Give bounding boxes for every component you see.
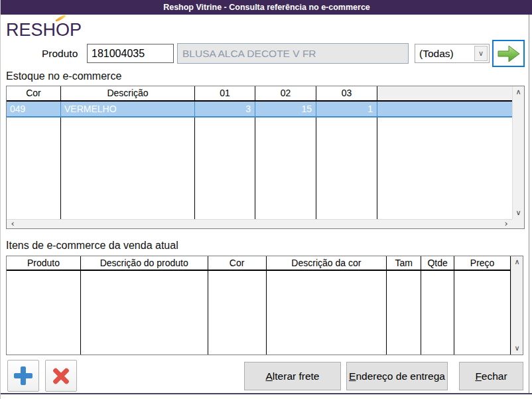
chevron-down-icon[interactable]: ∨ <box>474 46 488 61</box>
estoque-header-03[interactable]: 03 <box>316 86 377 100</box>
logo-text: RESHOP <box>6 20 82 40</box>
produto-input[interactable] <box>87 44 174 63</box>
estoque-empty-area <box>7 118 512 219</box>
estoque-cell-descricao: VERMELHO <box>61 102 195 116</box>
filtro-combobox[interactable]: (Todas) ∨ <box>415 44 490 63</box>
estoque-cell-filler <box>377 102 512 116</box>
endereco-entrega-button[interactable]: Endereço de entrega <box>346 362 448 390</box>
window-title: Reshop Vitrine - Consulta referência no … <box>163 3 370 12</box>
filtro-selected-value: (Todas) <box>419 44 454 62</box>
estoque-horizontal-scrollbar[interactable]: ‹ › <box>7 219 512 228</box>
scroll-right-icon[interactable]: › <box>501 220 511 228</box>
estoque-section-title: Estoque no e-commerce <box>6 70 121 82</box>
scrollbar-corner <box>512 219 524 228</box>
estoque-cell-03: 1 <box>316 102 377 116</box>
estoque-header-01[interactable]: 01 <box>195 86 255 100</box>
itens-header-descricao-produto[interactable]: Descrição do produto <box>81 256 208 270</box>
window-right-border <box>529 15 529 393</box>
itens-header-tam[interactable]: Tam <box>387 256 421 270</box>
window-titlebar[interactable]: Reshop Vitrine - Consulta referência no … <box>1 0 532 15</box>
consultar-button[interactable] <box>492 40 525 67</box>
x-icon <box>51 366 71 386</box>
estoque-cell-02: 15 <box>255 102 316 116</box>
itens-header-descricao-cor[interactable]: Descrição da cor <box>267 256 387 270</box>
scroll-left-icon[interactable]: ‹ <box>7 220 18 228</box>
itens-header-cor[interactable]: Cor <box>208 256 267 270</box>
estoque-header-descricao[interactable]: Descrição <box>61 86 195 100</box>
scroll-down-icon[interactable]: ∨ <box>511 343 523 354</box>
remove-item-button[interactable] <box>45 360 77 392</box>
fechar-button[interactable]: Fechar <box>459 362 523 390</box>
itens-header-produto[interactable]: Produto <box>7 256 81 270</box>
estoque-header-cor[interactable]: Cor <box>7 86 61 100</box>
scroll-down-icon[interactable]: ∨ <box>513 208 524 218</box>
estoque-header-filler <box>377 86 512 100</box>
plus-icon <box>13 366 33 386</box>
itens-header-row: Produto Descrição do produto Cor Descriç… <box>7 256 511 271</box>
add-item-button[interactable] <box>7 360 39 392</box>
window-bottom-border <box>1 393 532 394</box>
produto-descricao-field: BLUSA ALCA DECOTE V FR <box>177 43 409 64</box>
estoque-cell-01: 3 <box>195 102 255 116</box>
estoque-cell-cor: 049 <box>7 102 61 116</box>
estoque-vertical-scrollbar[interactable]: ∧ ∨ <box>512 86 524 219</box>
scroll-up-icon[interactable]: ∧ <box>511 257 523 268</box>
go-arrow-icon <box>497 44 521 63</box>
estoque-header-02[interactable]: 02 <box>255 86 316 100</box>
itens-header-qtde[interactable]: Qtde <box>421 256 454 270</box>
app-window: Reshop Vitrine - Consulta referência no … <box>0 0 532 399</box>
produto-label: Produto <box>42 48 78 60</box>
estoque-row-selected[interactable]: 049 VERMELHO 3 15 1 <box>7 102 512 118</box>
estoque-header-row: Cor Descrição 01 02 03 <box>7 86 512 102</box>
scroll-up-icon[interactable]: ∧ <box>513 87 524 98</box>
itens-header-preco[interactable]: Preço <box>454 256 511 270</box>
reshop-logo: RESHOP <box>6 20 86 41</box>
itens-section-title: Itens de e-commerce da venda atual <box>6 240 178 252</box>
itens-table: Produto Descrição do produto Cor Descriç… <box>6 256 523 355</box>
estoque-table: Cor Descrição 01 02 03 049 VERMELHO 3 15… <box>6 86 525 229</box>
itens-vertical-scrollbar[interactable]: ∧ ∨ <box>511 256 523 355</box>
itens-empty-area <box>7 271 511 355</box>
alterar-frete-button[interactable]: Alterar frete <box>244 362 341 390</box>
